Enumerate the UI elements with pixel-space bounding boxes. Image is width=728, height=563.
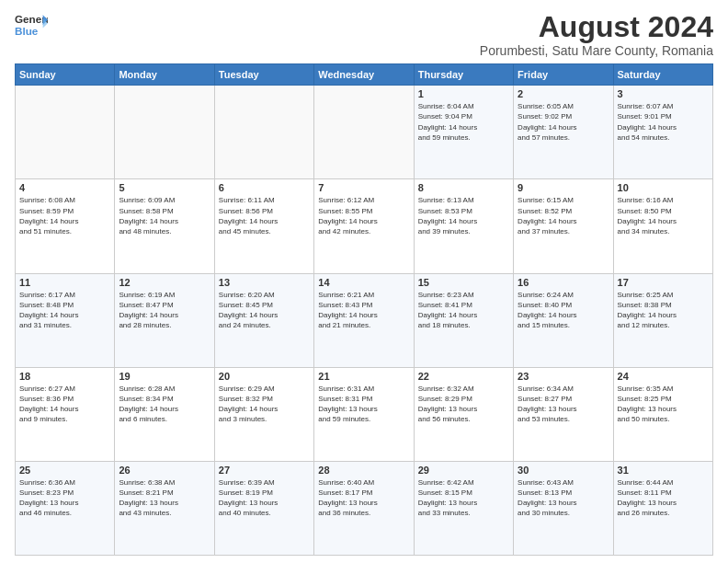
day-number: 8	[418, 182, 509, 193]
calendar-cell	[16, 86, 115, 179]
day-number: 19	[119, 371, 210, 382]
calendar-header: Sunday Monday Tuesday Wednesday Thursday…	[16, 64, 713, 86]
day-info: Sunrise: 6:28 AM Sunset: 8:34 PM Dayligh…	[119, 384, 210, 425]
title-block: August 2024 Porumbesti, Satu Mare County…	[480, 11, 713, 58]
day-number: 25	[19, 465, 110, 476]
day-info: Sunrise: 6:29 AM Sunset: 8:32 PM Dayligh…	[219, 384, 310, 425]
calendar-cell	[214, 86, 313, 179]
calendar-cell: 10Sunrise: 6:16 AM Sunset: 8:50 PM Dayli…	[613, 179, 712, 273]
col-sunday: Sunday	[16, 64, 115, 86]
day-number: 24	[618, 371, 709, 382]
calendar-cell: 1Sunrise: 6:04 AM Sunset: 9:04 PM Daylig…	[414, 86, 513, 179]
day-info: Sunrise: 6:09 AM Sunset: 8:58 PM Dayligh…	[119, 195, 210, 236]
calendar-week-2: 4Sunrise: 6:08 AM Sunset: 8:59 PM Daylig…	[16, 179, 713, 273]
col-tuesday: Tuesday	[214, 64, 313, 86]
day-number: 3	[618, 88, 709, 99]
day-number: 13	[219, 277, 310, 288]
day-info: Sunrise: 6:23 AM Sunset: 8:41 PM Dayligh…	[418, 290, 509, 331]
day-info: Sunrise: 6:17 AM Sunset: 8:48 PM Dayligh…	[19, 290, 110, 331]
calendar-cell: 25Sunrise: 6:36 AM Sunset: 8:23 PM Dayli…	[16, 461, 115, 555]
col-saturday: Saturday	[613, 64, 712, 86]
sub-title: Porumbesti, Satu Mare County, Romania	[480, 43, 713, 58]
calendar-cell: 9Sunrise: 6:15 AM Sunset: 8:52 PM Daylig…	[514, 179, 613, 273]
calendar-cell: 19Sunrise: 6:28 AM Sunset: 8:34 PM Dayli…	[115, 367, 214, 461]
day-info: Sunrise: 6:15 AM Sunset: 8:52 PM Dayligh…	[518, 195, 609, 236]
calendar-week-3: 11Sunrise: 6:17 AM Sunset: 8:48 PM Dayli…	[16, 273, 713, 367]
day-number: 5	[119, 182, 210, 193]
day-number: 23	[518, 371, 609, 382]
calendar-cell: 8Sunrise: 6:13 AM Sunset: 8:53 PM Daylig…	[414, 179, 513, 273]
col-monday: Monday	[115, 64, 214, 86]
day-number: 26	[119, 465, 210, 476]
header-row: Sunday Monday Tuesday Wednesday Thursday…	[16, 64, 713, 86]
calendar-cell: 18Sunrise: 6:27 AM Sunset: 8:36 PM Dayli…	[16, 367, 115, 461]
calendar-cell: 11Sunrise: 6:17 AM Sunset: 8:48 PM Dayli…	[16, 273, 115, 367]
day-info: Sunrise: 6:40 AM Sunset: 8:17 PM Dayligh…	[318, 477, 409, 519]
day-info: Sunrise: 6:11 AM Sunset: 8:56 PM Dayligh…	[219, 195, 310, 236]
calendar-cell: 4Sunrise: 6:08 AM Sunset: 8:59 PM Daylig…	[16, 179, 115, 273]
calendar-cell: 31Sunrise: 6:44 AM Sunset: 8:11 PM Dayli…	[613, 461, 712, 555]
day-info: Sunrise: 6:27 AM Sunset: 8:36 PM Dayligh…	[19, 384, 110, 425]
day-info: Sunrise: 6:32 AM Sunset: 8:29 PM Dayligh…	[418, 384, 509, 425]
calendar-cell: 12Sunrise: 6:19 AM Sunset: 8:47 PM Dayli…	[115, 273, 214, 367]
calendar-cell: 15Sunrise: 6:23 AM Sunset: 8:41 PM Dayli…	[414, 273, 513, 367]
calendar-cell: 16Sunrise: 6:24 AM Sunset: 8:40 PM Dayli…	[514, 273, 613, 367]
day-info: Sunrise: 6:38 AM Sunset: 8:21 PM Dayligh…	[119, 477, 210, 519]
calendar-body: 1Sunrise: 6:04 AM Sunset: 9:04 PM Daylig…	[16, 86, 713, 556]
day-number: 12	[119, 277, 210, 288]
day-number: 28	[318, 465, 409, 476]
day-number: 21	[318, 371, 409, 382]
day-number: 16	[518, 277, 609, 288]
calendar-cell: 5Sunrise: 6:09 AM Sunset: 8:58 PM Daylig…	[115, 179, 214, 273]
day-number: 7	[318, 182, 409, 193]
calendar-cell: 28Sunrise: 6:40 AM Sunset: 8:17 PM Dayli…	[314, 461, 414, 555]
day-info: Sunrise: 6:36 AM Sunset: 8:23 PM Dayligh…	[19, 477, 110, 519]
day-info: Sunrise: 6:12 AM Sunset: 8:55 PM Dayligh…	[318, 195, 409, 236]
calendar-week-4: 18Sunrise: 6:27 AM Sunset: 8:36 PM Dayli…	[16, 367, 713, 461]
day-number: 27	[219, 465, 310, 476]
svg-text:Blue: Blue	[15, 25, 39, 37]
day-info: Sunrise: 6:31 AM Sunset: 8:31 PM Dayligh…	[318, 384, 409, 425]
day-info: Sunrise: 6:13 AM Sunset: 8:53 PM Dayligh…	[418, 195, 509, 236]
day-number: 17	[618, 277, 709, 288]
day-number: 11	[19, 277, 110, 288]
day-info: Sunrise: 6:21 AM Sunset: 8:43 PM Dayligh…	[318, 290, 409, 331]
calendar-cell: 17Sunrise: 6:25 AM Sunset: 8:38 PM Dayli…	[613, 273, 712, 367]
calendar-cell: 22Sunrise: 6:32 AM Sunset: 8:29 PM Dayli…	[414, 367, 513, 461]
logo: General Blue	[15, 11, 48, 39]
day-number: 2	[518, 88, 609, 99]
day-info: Sunrise: 6:44 AM Sunset: 8:11 PM Dayligh…	[618, 477, 709, 519]
col-wednesday: Wednesday	[314, 64, 414, 86]
header: General Blue August 2024 Porumbesti, Sat…	[15, 11, 713, 58]
day-number: 1	[418, 88, 509, 99]
day-number: 15	[418, 277, 509, 288]
day-info: Sunrise: 6:39 AM Sunset: 8:19 PM Dayligh…	[219, 477, 310, 519]
day-number: 10	[618, 182, 709, 193]
calendar-cell: 23Sunrise: 6:34 AM Sunset: 8:27 PM Dayli…	[514, 367, 613, 461]
day-number: 18	[19, 371, 110, 382]
calendar-cell	[115, 86, 214, 179]
day-number: 29	[418, 465, 509, 476]
calendar-cell: 21Sunrise: 6:31 AM Sunset: 8:31 PM Dayli…	[314, 367, 414, 461]
calendar-cell: 3Sunrise: 6:07 AM Sunset: 9:01 PM Daylig…	[613, 86, 712, 179]
day-number: 20	[219, 371, 310, 382]
calendar-week-1: 1Sunrise: 6:04 AM Sunset: 9:04 PM Daylig…	[16, 86, 713, 179]
page: General Blue August 2024 Porumbesti, Sat…	[0, 0, 728, 563]
day-info: Sunrise: 6:08 AM Sunset: 8:59 PM Dayligh…	[19, 195, 110, 236]
calendar-cell: 14Sunrise: 6:21 AM Sunset: 8:43 PM Dayli…	[314, 273, 414, 367]
col-friday: Friday	[514, 64, 613, 86]
calendar-cell: 30Sunrise: 6:43 AM Sunset: 8:13 PM Dayli…	[514, 461, 613, 555]
main-title: August 2024	[480, 11, 713, 43]
calendar-table: Sunday Monday Tuesday Wednesday Thursday…	[15, 63, 713, 556]
day-info: Sunrise: 6:19 AM Sunset: 8:47 PM Dayligh…	[119, 290, 210, 331]
day-number: 4	[19, 182, 110, 193]
calendar-cell: 29Sunrise: 6:42 AM Sunset: 8:15 PM Dayli…	[414, 461, 513, 555]
calendar-cell: 13Sunrise: 6:20 AM Sunset: 8:45 PM Dayli…	[214, 273, 313, 367]
day-info: Sunrise: 6:25 AM Sunset: 8:38 PM Dayligh…	[618, 290, 709, 331]
calendar-cell: 27Sunrise: 6:39 AM Sunset: 8:19 PM Dayli…	[214, 461, 313, 555]
day-info: Sunrise: 6:35 AM Sunset: 8:25 PM Dayligh…	[618, 384, 709, 425]
day-info: Sunrise: 6:05 AM Sunset: 9:02 PM Dayligh…	[518, 101, 609, 143]
day-number: 6	[219, 182, 310, 193]
calendar-cell: 20Sunrise: 6:29 AM Sunset: 8:32 PM Dayli…	[214, 367, 313, 461]
day-number: 9	[518, 182, 609, 193]
